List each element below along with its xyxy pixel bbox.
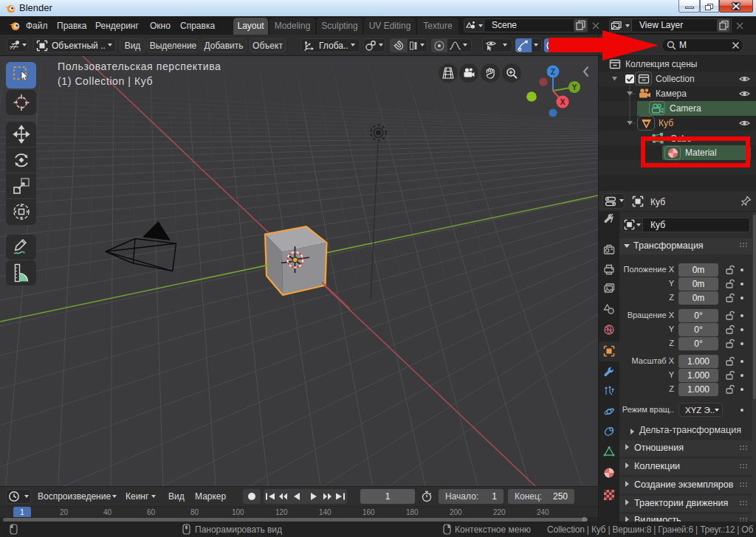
svg-text:X: X: [560, 97, 565, 106]
svg-text:Z: Z: [551, 67, 556, 76]
svg-text:Y: Y: [571, 83, 577, 91]
